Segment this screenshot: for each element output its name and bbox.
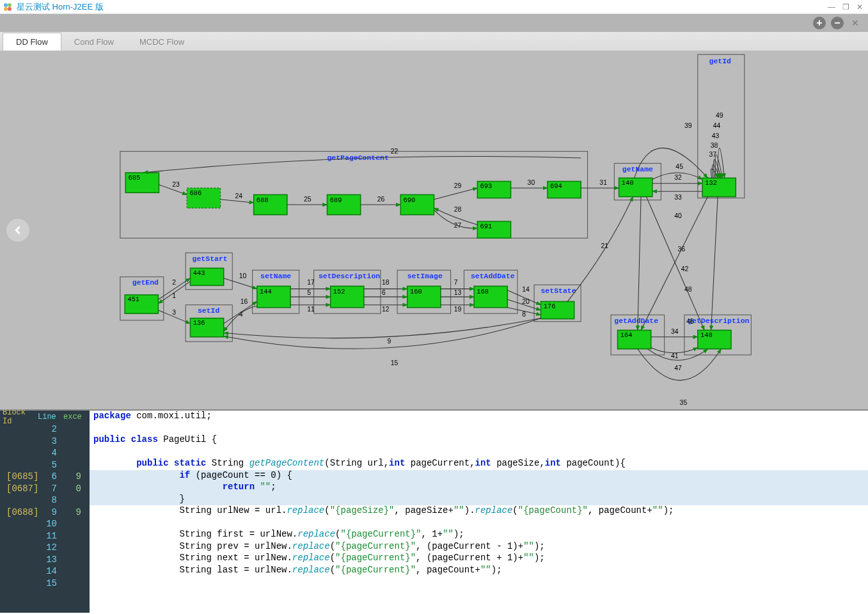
gutter-row[interactable]: 10	[0, 518, 90, 530]
node-164[interactable]: 164	[620, 331, 633, 339]
titlebar: 星云测试 Horn-J2EE 版 — ❐ ✕	[0, 0, 868, 14]
svg-text:38: 38	[711, 142, 718, 149]
node-136[interactable]: 136	[193, 319, 205, 327]
svg-text:43: 43	[712, 132, 720, 139]
svg-text:8: 8	[522, 311, 526, 318]
svg-text:22: 22	[391, 148, 398, 155]
group-getadddate: getAddDate	[614, 317, 658, 325]
svg-text:13: 13	[454, 289, 462, 296]
gutter-row[interactable]: 3	[0, 436, 90, 448]
group-getid: getId	[709, 57, 732, 65]
svg-text:24: 24	[235, 193, 242, 200]
svg-text:34: 34	[671, 328, 679, 335]
svg-text:11: 11	[307, 306, 315, 313]
close-icon[interactable]: ✕	[854, 3, 865, 12]
svg-text:17: 17	[307, 279, 315, 286]
svg-text:45: 45	[675, 163, 683, 170]
svg-text:27: 27	[454, 222, 462, 229]
gutter-row[interactable]: 15	[0, 578, 90, 590]
svg-point-1	[8, 3, 12, 7]
code-panel: Block Id Line exce 2345[0685]69[0687]708…	[0, 409, 868, 613]
node-688[interactable]: 688	[256, 196, 269, 204]
node-689[interactable]: 689	[330, 196, 342, 204]
group-setname: setName	[260, 272, 291, 280]
node-443[interactable]: 443	[193, 269, 205, 277]
svg-text:31: 31	[599, 179, 607, 186]
svg-text:19: 19	[454, 306, 462, 313]
svg-text:44: 44	[713, 122, 721, 129]
node-140[interactable]: 140	[622, 179, 634, 187]
tab-cond-flow[interactable]: Cond Flow	[61, 33, 127, 51]
group-setadddate: setAddDate	[471, 272, 515, 280]
node-690[interactable]: 690	[403, 196, 415, 204]
zoom-out-button[interactable]: −	[831, 17, 844, 29]
svg-text:20: 20	[522, 298, 530, 305]
node-148[interactable]: 148	[700, 331, 713, 339]
gutter-row[interactable]: [0685]69	[0, 471, 90, 483]
svg-text:16: 16	[241, 298, 248, 305]
group-setdescription: setDescription	[319, 272, 380, 280]
node-451[interactable]: 451	[127, 295, 139, 303]
gutter-header-line: Line	[35, 413, 61, 421]
svg-text:37: 37	[709, 151, 717, 158]
svg-text:30: 30	[528, 179, 535, 186]
svg-point-2	[4, 7, 8, 11]
gutter-row[interactable]: 11	[0, 530, 90, 542]
gutter-row[interactable]: 4	[0, 447, 90, 459]
tabs-bar: DD Flow Cond Flow MCDC Flow	[0, 32, 868, 51]
node-160[interactable]: 160	[410, 288, 422, 295]
group-getstart: getStart	[193, 255, 228, 263]
svg-text:26: 26	[377, 196, 385, 203]
node-168[interactable]: 168	[477, 288, 489, 295]
node-693[interactable]: 693	[480, 182, 493, 190]
maximize-icon[interactable]: ❐	[840, 3, 851, 12]
group-getdescription: getDescription	[688, 317, 749, 325]
group-setstate: setState	[541, 287, 576, 295]
app-logo-icon	[3, 2, 13, 12]
node-144[interactable]: 144	[260, 288, 272, 295]
diagram-canvas[interactable]: getPageContent getId getName getEnd getS…	[0, 51, 868, 409]
node-176[interactable]: 176	[544, 303, 556, 310]
node-686[interactable]: 686	[189, 189, 201, 197]
gutter-row[interactable]: 13	[0, 554, 90, 566]
gutter: Block Id Line exce 2345[0685]69[0687]708…	[0, 411, 90, 613]
minimize-icon[interactable]: —	[826, 3, 837, 12]
node-694[interactable]: 694	[550, 182, 562, 190]
svg-text:25: 25	[304, 196, 312, 203]
zoom-in-button[interactable]: +	[813, 17, 826, 29]
svg-text:39: 39	[684, 122, 692, 129]
gutter-header-block: Block Id	[0, 408, 35, 426]
panel-close-icon[interactable]: ✕	[849, 17, 862, 29]
window-title: 星云测试 Horn-J2EE 版	[17, 1, 823, 13]
gutter-row[interactable]: 14	[0, 565, 90, 578]
group-setid: setId	[198, 306, 220, 315]
svg-text:48: 48	[684, 286, 692, 293]
node-132[interactable]: 132	[705, 179, 717, 187]
toolbar: + − ✕	[0, 14, 868, 32]
node-152[interactable]: 152	[333, 288, 345, 295]
svg-point-3	[8, 7, 12, 11]
gutter-row[interactable]: 12	[0, 542, 90, 554]
node-685[interactable]: 685	[128, 174, 140, 182]
gutter-header-exce: exce	[61, 413, 86, 421]
svg-text:23: 23	[172, 181, 180, 188]
svg-text:41: 41	[671, 352, 679, 359]
svg-text:33: 33	[674, 194, 682, 201]
svg-text:5: 5	[307, 289, 311, 296]
gutter-row[interactable]: 8	[0, 494, 90, 507]
svg-text:35: 35	[680, 399, 688, 406]
group-getend: getEnd	[132, 278, 159, 287]
svg-point-0	[4, 3, 8, 7]
svg-text:18: 18	[382, 279, 390, 286]
svg-text:40: 40	[674, 212, 682, 219]
gutter-row[interactable]: 5	[0, 459, 90, 471]
tab-mcdc-flow[interactable]: MCDC Flow	[127, 33, 197, 51]
svg-text:7: 7	[454, 279, 458, 286]
gutter-row[interactable]: [0688]99	[0, 507, 90, 519]
gutter-row[interactable]: [0687]70	[0, 483, 90, 495]
svg-text:15: 15	[391, 359, 398, 366]
tab-dd-flow[interactable]: DD Flow	[3, 33, 61, 51]
node-691[interactable]: 691	[480, 223, 493, 230]
svg-text:21: 21	[601, 242, 608, 249]
code-editor[interactable]: package com.moxi.util; public class Page…	[90, 411, 868, 613]
